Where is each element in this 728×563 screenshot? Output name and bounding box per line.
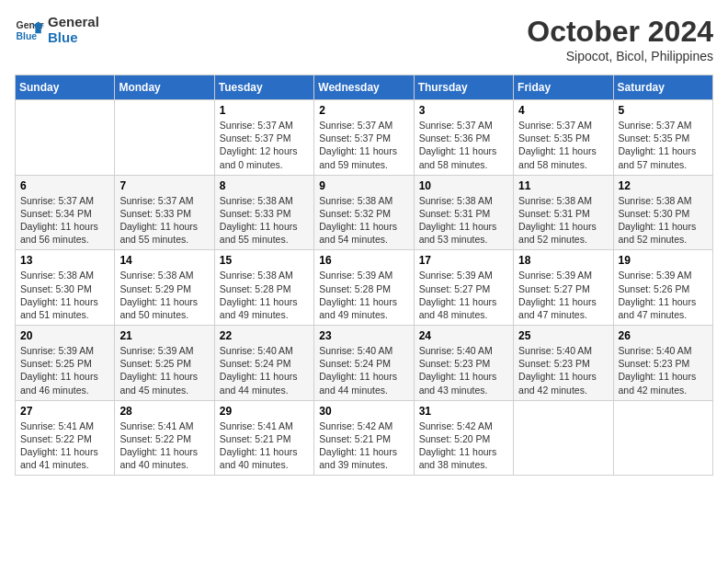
day-number: 31 [419, 405, 508, 418]
logo-line2: Blue [48, 30, 99, 46]
calendar-cell: 7Sunrise: 5:37 AM Sunset: 5:33 PM Daylig… [115, 175, 214, 250]
calendar-cell: 14Sunrise: 5:38 AM Sunset: 5:29 PM Dayli… [115, 250, 214, 326]
day-number: 4 [518, 104, 608, 117]
day-info: Sunrise: 5:42 AM Sunset: 5:21 PM Dayligh… [319, 420, 397, 471]
calendar-cell: 10Sunrise: 5:38 AM Sunset: 5:31 PM Dayli… [414, 175, 513, 250]
day-info: Sunrise: 5:40 AM Sunset: 5:23 PM Dayligh… [619, 345, 697, 396]
day-number: 29 [220, 405, 309, 418]
calendar-cell: 31Sunrise: 5:42 AM Sunset: 5:20 PM Dayli… [414, 400, 513, 476]
day-number: 2 [319, 104, 408, 117]
logo-line1: General [48, 15, 99, 30]
calendar-cell: 6Sunrise: 5:37 AM Sunset: 5:34 PM Daylig… [16, 175, 115, 250]
day-info: Sunrise: 5:37 AM Sunset: 5:34 PM Dayligh… [20, 195, 98, 246]
logo-icon: General Blue [15, 16, 44, 45]
day-number: 13 [20, 254, 109, 267]
day-number: 18 [518, 254, 608, 267]
day-number: 26 [619, 329, 708, 342]
day-number: 3 [419, 104, 508, 117]
calendar-cell: 30Sunrise: 5:42 AM Sunset: 5:21 PM Dayli… [314, 400, 414, 476]
calendar-cell: 12Sunrise: 5:38 AM Sunset: 5:30 PM Dayli… [613, 175, 712, 250]
day-number: 21 [119, 329, 209, 342]
calendar-cell: 20Sunrise: 5:39 AM Sunset: 5:25 PM Dayli… [16, 326, 115, 401]
day-info: Sunrise: 5:40 AM Sunset: 5:23 PM Dayligh… [518, 345, 597, 396]
calendar-cell: 28Sunrise: 5:41 AM Sunset: 5:22 PM Dayli… [115, 400, 214, 476]
title-block: October 2024 Sipocot, Bicol, Philippines [527, 15, 713, 63]
day-info: Sunrise: 5:38 AM Sunset: 5:31 PM Dayligh… [518, 195, 597, 246]
day-info: Sunrise: 5:38 AM Sunset: 5:30 PM Dayligh… [619, 195, 697, 246]
calendar-cell: 1Sunrise: 5:37 AM Sunset: 5:37 PM Daylig… [214, 100, 313, 176]
day-info: Sunrise: 5:41 AM Sunset: 5:21 PM Dayligh… [220, 420, 298, 471]
calendar-cell: 9Sunrise: 5:38 AM Sunset: 5:32 PM Daylig… [314, 175, 414, 250]
day-number: 22 [220, 329, 309, 342]
day-info: Sunrise: 5:40 AM Sunset: 5:24 PM Dayligh… [220, 345, 298, 396]
calendar-cell: 27Sunrise: 5:41 AM Sunset: 5:22 PM Dayli… [16, 400, 115, 476]
day-info: Sunrise: 5:39 AM Sunset: 5:27 PM Dayligh… [518, 270, 597, 320]
logo: General Blue General Blue [15, 15, 99, 45]
weekday-header: Tuesday [214, 75, 313, 100]
day-info: Sunrise: 5:38 AM Sunset: 5:28 PM Dayligh… [220, 270, 298, 320]
day-info: Sunrise: 5:37 AM Sunset: 5:37 PM Dayligh… [319, 120, 397, 170]
calendar-cell [16, 100, 115, 176]
day-number: 9 [319, 179, 408, 192]
day-info: Sunrise: 5:40 AM Sunset: 5:23 PM Dayligh… [419, 345, 497, 396]
day-info: Sunrise: 5:37 AM Sunset: 5:35 PM Dayligh… [619, 120, 697, 170]
day-number: 12 [619, 179, 708, 192]
day-info: Sunrise: 5:40 AM Sunset: 5:24 PM Dayligh… [319, 345, 397, 396]
day-number: 19 [619, 254, 708, 267]
day-info: Sunrise: 5:38 AM Sunset: 5:29 PM Dayligh… [119, 270, 198, 320]
calendar-cell: 17Sunrise: 5:39 AM Sunset: 5:27 PM Dayli… [414, 250, 513, 326]
day-info: Sunrise: 5:39 AM Sunset: 5:25 PM Dayligh… [20, 345, 98, 396]
day-number: 28 [119, 405, 209, 418]
day-number: 16 [319, 254, 408, 267]
calendar-subtitle: Sipocot, Bicol, Philippines [527, 49, 713, 63]
day-number: 25 [518, 329, 608, 342]
weekday-header: Monday [115, 75, 214, 100]
day-info: Sunrise: 5:39 AM Sunset: 5:26 PM Dayligh… [619, 270, 697, 320]
day-number: 30 [319, 405, 408, 418]
day-number: 7 [119, 179, 209, 192]
day-info: Sunrise: 5:38 AM Sunset: 5:32 PM Dayligh… [319, 195, 397, 246]
weekday-header-row: SundayMondayTuesdayWednesdayThursdayFrid… [16, 75, 713, 100]
calendar-cell: 2Sunrise: 5:37 AM Sunset: 5:37 PM Daylig… [314, 100, 414, 176]
page-header: General Blue General Blue October 2024 S… [15, 15, 713, 63]
day-info: Sunrise: 5:38 AM Sunset: 5:31 PM Dayligh… [419, 195, 497, 246]
weekday-header: Wednesday [314, 75, 414, 100]
day-number: 27 [20, 405, 109, 418]
day-number: 20 [20, 329, 109, 342]
calendar-cell: 15Sunrise: 5:38 AM Sunset: 5:28 PM Dayli… [214, 250, 313, 326]
calendar-cell: 21Sunrise: 5:39 AM Sunset: 5:25 PM Dayli… [115, 326, 214, 401]
calendar-cell: 16Sunrise: 5:39 AM Sunset: 5:28 PM Dayli… [314, 250, 414, 326]
day-number: 10 [419, 179, 508, 192]
day-number: 5 [619, 104, 708, 117]
calendar-cell: 22Sunrise: 5:40 AM Sunset: 5:24 PM Dayli… [214, 326, 313, 401]
calendar-cell: 19Sunrise: 5:39 AM Sunset: 5:26 PM Dayli… [613, 250, 712, 326]
day-number: 1 [220, 104, 309, 117]
day-info: Sunrise: 5:37 AM Sunset: 5:36 PM Dayligh… [419, 120, 497, 170]
calendar-week-row: 27Sunrise: 5:41 AM Sunset: 5:22 PM Dayli… [16, 400, 713, 476]
calendar-cell: 13Sunrise: 5:38 AM Sunset: 5:30 PM Dayli… [16, 250, 115, 326]
day-info: Sunrise: 5:39 AM Sunset: 5:25 PM Dayligh… [119, 345, 198, 396]
calendar-cell: 25Sunrise: 5:40 AM Sunset: 5:23 PM Dayli… [514, 326, 613, 401]
calendar-cell [514, 400, 613, 476]
day-number: 17 [419, 254, 508, 267]
day-info: Sunrise: 5:37 AM Sunset: 5:33 PM Dayligh… [119, 195, 198, 246]
calendar-week-row: 20Sunrise: 5:39 AM Sunset: 5:25 PM Dayli… [16, 326, 713, 401]
day-number: 14 [119, 254, 209, 267]
weekday-header: Sunday [16, 75, 115, 100]
day-number: 24 [419, 329, 508, 342]
day-info: Sunrise: 5:41 AM Sunset: 5:22 PM Dayligh… [20, 420, 98, 471]
calendar-cell: 26Sunrise: 5:40 AM Sunset: 5:23 PM Dayli… [613, 326, 712, 401]
calendar-cell: 8Sunrise: 5:38 AM Sunset: 5:33 PM Daylig… [214, 175, 313, 250]
calendar-week-row: 6Sunrise: 5:37 AM Sunset: 5:34 PM Daylig… [16, 175, 713, 250]
calendar-cell: 5Sunrise: 5:37 AM Sunset: 5:35 PM Daylig… [613, 100, 712, 176]
calendar-cell [613, 400, 712, 476]
calendar-cell [115, 100, 214, 176]
day-info: Sunrise: 5:38 AM Sunset: 5:33 PM Dayligh… [220, 195, 298, 246]
day-info: Sunrise: 5:39 AM Sunset: 5:28 PM Dayligh… [319, 270, 397, 320]
day-number: 8 [220, 179, 309, 192]
day-info: Sunrise: 5:37 AM Sunset: 5:35 PM Dayligh… [518, 120, 597, 170]
calendar-cell: 23Sunrise: 5:40 AM Sunset: 5:24 PM Dayli… [314, 326, 414, 401]
day-info: Sunrise: 5:39 AM Sunset: 5:27 PM Dayligh… [419, 270, 497, 320]
calendar-cell: 18Sunrise: 5:39 AM Sunset: 5:27 PM Dayli… [514, 250, 613, 326]
day-number: 11 [518, 179, 608, 192]
